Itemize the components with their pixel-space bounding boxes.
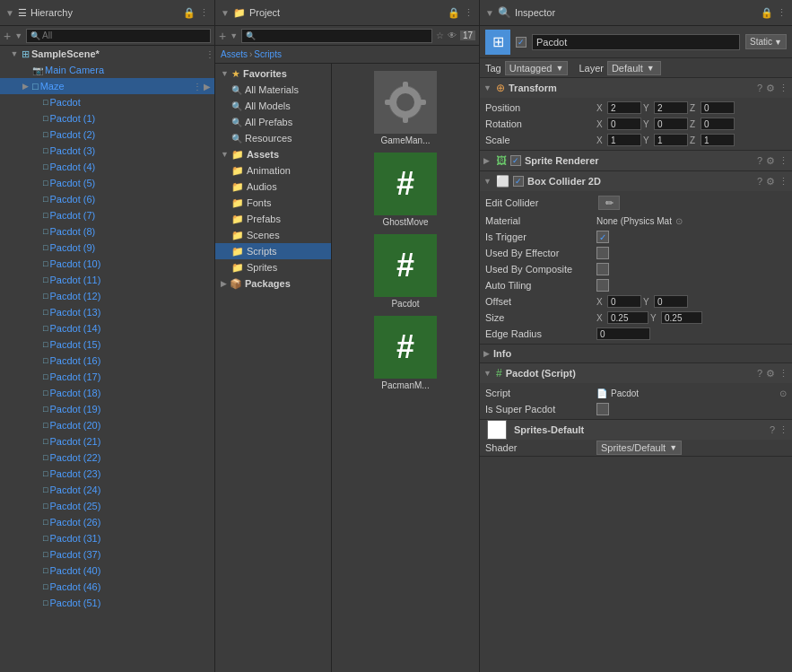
hierarchy-pacdot-14[interactable]: □ Pacdot (14) [0,320,214,336]
hierarchy-pacdot-21[interactable]: □ Pacdot (21) [0,433,214,449]
hierarchy-pacdot-17[interactable]: □ Pacdot (17) [0,369,214,385]
asset-gamemanager[interactable]: GameMan... [339,71,472,145]
hierarchy-menu-icon[interactable]: ⋮ [199,7,209,19]
sc-z-field[interactable]: 1 [701,134,735,146]
static-dropdown-arrow[interactable]: ▼ [774,38,782,47]
sprites-default-header[interactable]: Sprites-Default ? ⋮ [480,420,792,440]
hierarchy-pacdot-6[interactable]: □ Pacdot (6) [0,191,214,207]
rot-z-field[interactable]: 0 [701,118,735,130]
pacdot-script-menu-icon[interactable]: ⋮ [779,368,788,380]
box-collider-header[interactable]: ▼ ⬜ ✓ Box Collider 2D ? ⚙ ⋮ [480,171,792,191]
hierarchy-pacdot-12[interactable]: □ Pacdot (12) [0,288,214,304]
maze-menu-icon[interactable]: ⋮ [193,82,202,92]
project-collapse-icon[interactable]: ▼ [221,8,230,18]
filter-icon[interactable]: ☆ [436,31,444,40]
all-materials-item[interactable]: 🔍 All Materials [215,82,331,98]
inspector-lock-icon[interactable]: 🔒 [761,7,773,19]
add-btn[interactable]: + [4,29,11,43]
hierarchy-pacdot-9[interactable]: □ Pacdot (9) [0,240,214,256]
hierarchy-pacdot-22[interactable]: □ Pacdot (22) [0,449,214,466]
asset-pacdot[interactable]: # Pacdot [339,234,472,309]
hierarchy-pacdot-5[interactable]: □ Pacdot (5) [0,175,214,191]
hierarchy-pacdot-20[interactable]: □ Pacdot (20) [0,417,214,433]
fonts-folder[interactable]: 📁 Fonts [215,195,331,211]
pos-x-field[interactable]: 2 [607,101,641,114]
audios-folder[interactable]: 📁 Audios [215,179,331,195]
offset-y-field[interactable]: 0 [654,295,688,308]
offset-x-field[interactable]: 0 [607,295,641,308]
hierarchy-pacdot-51[interactable]: □ Pacdot (51) [0,595,214,611]
pos-y-field[interactable]: 2 [654,101,688,114]
hierarchy-pacdot-24[interactable]: □ Pacdot (24) [0,482,214,498]
sprite-renderer-settings-icon[interactable]: ⚙ [766,155,775,167]
project-search-input[interactable] [257,31,428,40]
scene-item[interactable]: ▼ ⊞ SampleScene* ⋮ [0,46,214,62]
scripts-folder[interactable]: 📁 Scripts [215,243,331,259]
material-select-icon[interactable]: ⊙ [675,216,683,226]
scene-menu-icon[interactable]: ⋮ [205,49,214,59]
packages-folder[interactable]: ▶ 📦 Packages [215,275,331,292]
hierarchy-lock-icon[interactable]: 🔒 [183,7,196,19]
inspector-collapse-icon[interactable]: ▼ [485,8,494,18]
transform-settings-icon[interactable]: ⚙ [766,83,775,94]
hierarchy-pacdot-40[interactable]: □ Pacdot (40) [0,563,214,579]
sprites-folder[interactable]: 📁 Sprites [215,259,331,275]
sc-y-field[interactable]: 1 [654,134,688,146]
animation-folder[interactable]: 📁 Animation [215,162,331,179]
pacdot-script-header[interactable]: ▼ # Pacdot (Script) ? ⚙ ⋮ [480,363,792,383]
pos-z-field[interactable]: 0 [701,101,735,114]
hierarchy-pacdot-8[interactable]: □ Pacdot (8) [0,223,214,240]
hierarchy-pacdot-25[interactable]: □ Pacdot (25) [0,498,214,514]
layer-dropdown[interactable]: Default ▼ [607,61,661,75]
box-collider-checkbox[interactable]: ✓ [513,176,524,187]
hierarchy-pacdot-16[interactable]: □ Pacdot (16) [0,353,214,369]
scenes-folder[interactable]: 📁 Scenes [215,227,331,243]
box-collider-menu-icon[interactable]: ⋮ [779,176,788,188]
hierarchy-pacdot-3[interactable]: □ Pacdot (3) [0,143,214,159]
used-by-effector-checkbox[interactable] [596,247,609,259]
hierarchy-pacdot-7[interactable]: □ Pacdot (7) [0,207,214,223]
hierarchy-pacdot[interactable]: □ Pacdot [0,94,214,110]
all-models-item[interactable]: 🔍 All Models [215,98,331,114]
resources-item[interactable]: 🔍 Resources [215,130,331,146]
project-add-btn[interactable]: + [219,29,226,43]
rot-x-field[interactable]: 0 [607,118,641,130]
auto-tiling-checkbox[interactable] [596,279,609,292]
maze-arrow-right[interactable]: ▶ [204,82,211,92]
breadcrumb-assets[interactable]: Assets [221,49,248,59]
sprite-renderer-help-icon[interactable]: ? [757,155,762,167]
all-prefabs-item[interactable]: 🔍 All Prefabs [215,114,331,130]
transform-header[interactable]: ▼ ⊕ Transform ? ⚙ ⋮ [480,78,792,98]
box-collider-settings-icon[interactable]: ⚙ [766,176,775,188]
hierarchy-pacdot-18[interactable]: □ Pacdot (18) [0,385,214,401]
hierarchy-pacdot-11[interactable]: □ Pacdot (11) [0,272,214,288]
transform-menu-icon[interactable]: ⋮ [779,83,788,94]
go-name-field[interactable]: Pacdot [532,34,740,50]
hierarchy-pacdot-1[interactable]: □ Pacdot (1) [0,110,214,127]
is-trigger-checkbox[interactable]: ✓ [596,231,609,243]
project-menu-icon[interactable]: ⋮ [464,7,474,19]
project-add-arrow[interactable]: ▼ [230,31,238,40]
hierarchy-pacdot-19[interactable]: □ Pacdot (19) [0,401,214,417]
tag-dropdown[interactable]: Untagged ▼ [505,61,569,75]
eye-icon[interactable]: 👁 [448,31,457,40]
hierarchy-pacdot-26[interactable]: □ Pacdot (26) [0,514,214,530]
edit-collider-button[interactable]: ✏ [598,196,620,210]
pacdot-script-settings-icon[interactable]: ⚙ [766,368,775,380]
hierarchy-pacdot-4[interactable]: □ Pacdot (4) [0,159,214,175]
rot-y-field[interactable]: 0 [654,118,688,130]
assets-folder[interactable]: ▼ 📁 Assets [215,146,331,162]
size-x-field[interactable]: 0.25 [607,311,648,324]
hierarchy-pacdot-31[interactable]: □ Pacdot (31) [0,530,214,546]
is-super-checkbox[interactable] [596,403,609,415]
go-active-checkbox[interactable]: ✓ [516,37,527,48]
favorites-folder[interactable]: ▼ ★ Favorites [215,65,331,82]
project-lock-icon[interactable]: 🔒 [448,7,460,19]
sprite-renderer-menu-icon[interactable]: ⋮ [779,155,788,167]
hierarchy-pacdot-37[interactable]: □ Pacdot (37) [0,546,214,563]
asset-pacmanmove[interactable]: # PacmanM... [339,316,472,390]
hierarchy-main-camera[interactable]: 📷 Main Camera [0,62,214,78]
edge-radius-field[interactable]: 0 [596,327,650,340]
add-arrow-icon[interactable]: ▼ [14,31,22,40]
hierarchy-pacdot-23[interactable]: □ Pacdot (23) [0,466,214,482]
